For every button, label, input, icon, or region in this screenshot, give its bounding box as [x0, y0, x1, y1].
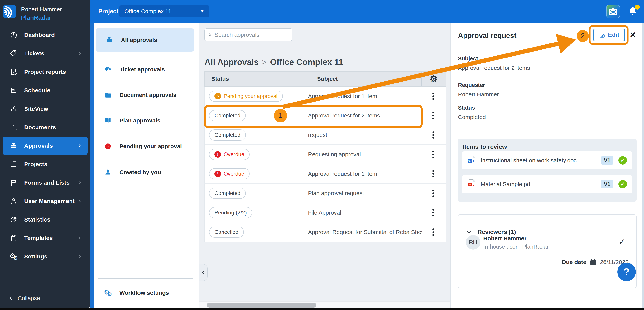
scrollbar-thumb[interactable]: [207, 303, 316, 308]
divider: [98, 55, 193, 55]
approvals-table: Status Subject ⚙ Pending your approval A…: [204, 71, 446, 242]
field-label-requester: Requester: [458, 82, 485, 88]
file-name: Material Sample.pdf: [480, 181, 596, 188]
vertical-scrollbar[interactable]: [642, 23, 644, 308]
table-row[interactable]: ! Overdue Requesting approval: [204, 145, 446, 164]
flag-icon: [9, 179, 18, 187]
org-name[interactable]: PlanRadar: [21, 14, 62, 21]
main-sidebar: Robert Hammer PlanRadar Dashboard Ticket…: [0, 0, 90, 308]
submenu-collapse-handle[interactable]: [199, 264, 208, 281]
table-row[interactable]: Completed request: [204, 125, 446, 145]
person-icon: [102, 169, 113, 176]
row-subject: Approval request for 1 item: [308, 171, 422, 177]
submenu-item-all-approvals[interactable]: All approvals: [96, 29, 194, 52]
sidebar-item-schedule[interactable]: Schedule: [3, 81, 88, 100]
search-input[interactable]: [214, 32, 288, 38]
row-menu-button[interactable]: [430, 207, 436, 218]
submenu-item-document-approvals[interactable]: Document approvals: [94, 86, 199, 104]
schedule-icon: [9, 87, 18, 94]
table-row[interactable]: Cancelled Approval Request for Submittal…: [204, 223, 446, 242]
submenu-item-created-by-you[interactable]: Created by you: [94, 164, 199, 181]
column-header-status[interactable]: Status: [205, 72, 299, 86]
chevron-left-icon: [200, 270, 206, 275]
table-row[interactable]: Pending (2/2) File Approval: [204, 203, 446, 223]
sidebar-item-forms-and-lists[interactable]: Forms and Lists: [3, 174, 88, 192]
ai-assistant-button[interactable]: [606, 5, 620, 18]
user-icon: [9, 197, 18, 205]
row-menu-button[interactable]: [430, 91, 436, 102]
table-row[interactable]: ! Overdue Approval request for 1 item: [204, 164, 446, 184]
submenu-item-plan-approvals[interactable]: Plan approvals: [94, 112, 199, 129]
row-subject: request: [308, 132, 422, 138]
row-menu-button[interactable]: [430, 188, 436, 199]
table-row[interactable]: Completed Plan approval request: [204, 184, 446, 203]
submenu-item-pending-your-approval[interactable]: Pending your approval: [94, 138, 199, 155]
help-button[interactable]: ?: [617, 263, 636, 281]
notifications-button[interactable]: [628, 6, 638, 17]
sidebar-item-statistics[interactable]: Statistics: [3, 210, 88, 229]
chevron-right-icon: [77, 235, 82, 241]
sidebar-collapse-button[interactable]: Collapse: [8, 295, 40, 301]
chevron-right-icon: [77, 51, 82, 56]
svg-text:PDF: PDF: [468, 184, 472, 186]
row-menu-button[interactable]: [430, 227, 436, 238]
sidebar-item-approvals[interactable]: Approvals: [3, 136, 88, 155]
sidebar-item-siteview[interactable]: SiteView: [3, 100, 88, 118]
ticket-tag-icon: [9, 50, 18, 57]
breadcrumb-root[interactable]: All Approvals: [204, 57, 259, 67]
edit-button[interactable]: Edit: [593, 29, 625, 41]
row-menu-button[interactable]: [430, 129, 436, 140]
reviewers-card: Reviewers (1) RH Robert Hammer In-house …: [458, 214, 636, 288]
sidebar-item-user-management[interactable]: User Management: [3, 192, 88, 210]
reviewer-name: Robert Hammer: [483, 235, 526, 242]
sidebar-item-documents[interactable]: Documents: [3, 118, 88, 136]
reviewers-toggle[interactable]: Reviewers (1): [466, 229, 516, 236]
sidebar-item-dashboard[interactable]: Dashboard: [3, 26, 88, 44]
sidebar-item-projects[interactable]: Projects: [3, 155, 88, 174]
sidebar-item-project-reports[interactable]: Project reports: [3, 63, 88, 81]
planradar-logo-icon: [3, 5, 16, 18]
dashboard-icon: [9, 31, 18, 39]
field-value-subject: Approval request for 2 items: [458, 65, 530, 71]
siteview-icon: [9, 105, 18, 113]
row-menu-button[interactable]: [430, 168, 436, 180]
status-badge: ! Overdue: [209, 149, 250, 160]
version-badge[interactable]: V1: [601, 180, 614, 189]
review-item-pdf[interactable]: PDF Material Sample.pdf V1 ✓: [462, 175, 632, 193]
table-row[interactable]: Pending your approval Approval request f…: [204, 87, 446, 106]
divider: [98, 278, 193, 279]
chevron-down-icon: [466, 229, 472, 235]
map-icon: [102, 117, 113, 124]
top-bar: Project Office Complex 11 ▼: [90, 0, 644, 23]
field-value-status: Completed: [458, 114, 486, 120]
search-box: [204, 29, 292, 41]
column-header-subject[interactable]: Subject: [299, 72, 422, 86]
breadcrumb-separator-icon: >: [262, 58, 266, 67]
clock-icon: [102, 143, 113, 150]
window-bottom-edge: [0, 308, 644, 310]
stamp-icon: [9, 142, 18, 149]
sidebar-item-settings[interactable]: ⚙⚙ Settings: [3, 247, 88, 266]
sidebar-item-templates[interactable]: Templates: [3, 229, 88, 247]
clock-icon: [214, 93, 221, 99]
breadcrumb-current: Office Complex 11: [270, 57, 343, 67]
project-selector[interactable]: Office Complex 11 ▼: [120, 6, 209, 17]
sidebar-item-tickets[interactable]: Tickets: [3, 44, 88, 63]
submenu-item-ticket-approvals[interactable]: Ticket approvals: [94, 61, 199, 78]
row-menu-button[interactable]: [430, 110, 436, 121]
field-value-requester: Robert Hammer: [458, 91, 499, 98]
notification-badge-dot: [635, 5, 640, 10]
project-label: Project: [98, 8, 118, 15]
row-menu-button[interactable]: [430, 149, 436, 160]
version-badge[interactable]: V1: [601, 156, 614, 165]
close-icon[interactable]: ✕: [630, 30, 636, 39]
table-row-selected[interactable]: Completed Approval request for 2 items: [204, 106, 446, 125]
review-item-doc[interactable]: W Instructional sheet on work safety.doc…: [462, 151, 632, 170]
table-settings-button[interactable]: ⚙: [422, 74, 446, 83]
divider: [204, 52, 446, 52]
approval-detail-panel: Approval request Edit ✕ Subject Approval…: [450, 23, 644, 308]
account-block[interactable]: Robert Hammer PlanRadar: [3, 5, 62, 21]
submenu-item-workflow-settings[interactable]: ⚙⚙ Workflow settings: [94, 284, 199, 301]
status-badge: Completed: [209, 188, 246, 199]
clipboard-icon: [9, 234, 18, 242]
